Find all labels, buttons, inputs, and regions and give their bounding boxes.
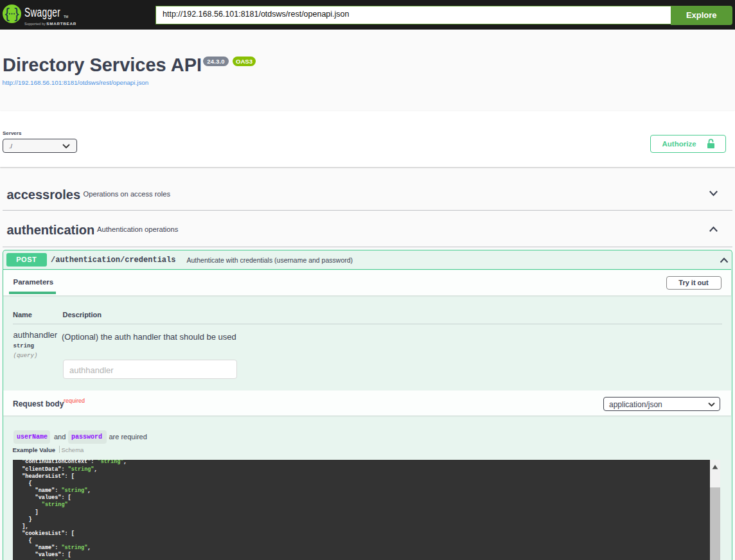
svg-text:}: } bbox=[14, 5, 19, 21]
svg-text:{: { bbox=[4, 5, 10, 21]
